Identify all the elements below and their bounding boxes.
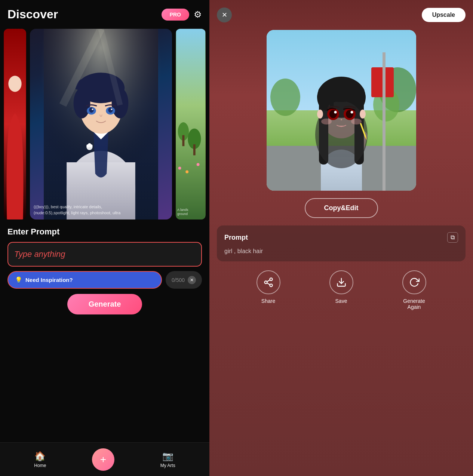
svg-rect-26 — [182, 135, 184, 146]
prompt-panel-title: Prompt — [224, 234, 248, 242]
generated-image-container — [267, 30, 416, 191]
generate-button[interactable]: Generate — [67, 294, 142, 314]
svg-point-28 — [178, 167, 181, 170]
svg-point-55 — [334, 111, 337, 114]
inspiration-button[interactable]: 💡 Need Inspiration? — [7, 271, 162, 289]
clear-button[interactable]: ✕ — [188, 276, 196, 284]
generate-again-button[interactable] — [402, 270, 426, 294]
left-header: Discover PRO ⚙ — [0, 0, 209, 25]
svg-point-57 — [341, 119, 342, 120]
save-button[interactable] — [329, 270, 353, 294]
svg-point-47 — [315, 101, 368, 168]
save-group[interactable]: Save — [329, 270, 353, 310]
right-header: ✕ Upscale — [217, 7, 466, 22]
svg-point-20 — [88, 143, 91, 146]
enter-prompt-section: Enter Prompt 💡 Need Inspiration? 0/500 ✕… — [0, 219, 209, 324]
svg-point-30 — [197, 163, 200, 166]
svg-point-1 — [8, 76, 21, 92]
close-button[interactable]: ✕ — [217, 7, 232, 22]
app-title: Discover — [7, 7, 58, 21]
copy-icon: ⧉ — [451, 234, 455, 240]
svg-line-66 — [267, 280, 270, 282]
prompt-text: girl , black hair — [224, 248, 458, 255]
download-icon — [336, 277, 347, 288]
svg-point-56 — [350, 111, 353, 114]
svg-line-65 — [267, 283, 270, 285]
left-panel: Discover PRO ⚙ — [0, 0, 209, 476]
nav-my-arts-label: My Arts — [160, 463, 175, 468]
svg-point-14 — [108, 107, 113, 113]
bottom-nav: 🏠 Home + 📷 My Arts — [0, 442, 209, 476]
hero-artwork: (((boy))), best quality, intricate detai… — [30, 29, 172, 219]
char-count: 0/500 — [172, 277, 185, 283]
gallery-side-left-image[interactable] — [4, 29, 26, 219]
inspiration-label: Need Inspiration? — [25, 277, 73, 283]
settings-button[interactable]: ⚙ — [194, 9, 202, 20]
plus-icon: + — [100, 454, 106, 466]
gallery-main-image[interactable]: (((boy))), best quality, intricate detai… — [30, 29, 172, 219]
fab-add-button[interactable]: + — [92, 448, 114, 471]
nav-home-label: Home — [34, 463, 46, 468]
bulb-icon: 💡 — [15, 276, 22, 283]
svg-point-50 — [360, 110, 366, 119]
refresh-icon — [409, 277, 420, 288]
svg-point-13 — [89, 107, 93, 113]
header-right: PRO ⚙ — [162, 9, 202, 21]
nav-home[interactable]: 🏠 Home — [34, 451, 46, 468]
prompt-input[interactable] — [14, 249, 195, 259]
prompt-panel: Prompt ⧉ girl , black hair — [217, 225, 466, 261]
generate-again-group[interactable]: Generate Again — [402, 270, 426, 310]
right-panel: ✕ Upscale — [209, 0, 473, 476]
hero-caption: (((boy))), best quality, intricate detai… — [34, 204, 168, 216]
svg-rect-27 — [193, 144, 196, 155]
anime-girl-artwork — [267, 30, 416, 191]
share-group[interactable]: Share — [257, 270, 280, 310]
side-right-artwork: A lands ground — [176, 29, 206, 219]
prompt-input-wrapper — [7, 242, 202, 267]
svg-rect-38 — [383, 52, 386, 191]
copy-edit-button[interactable]: Copy&Edit — [305, 198, 378, 218]
svg-point-49 — [317, 110, 323, 119]
share-button[interactable] — [257, 270, 280, 294]
gear-icon: ⚙ — [194, 9, 202, 19]
enter-prompt-title: Enter Prompt — [7, 227, 202, 237]
side-left-artwork — [4, 29, 26, 219]
svg-point-15 — [92, 108, 93, 110]
nav-my-arts[interactable]: 📷 My Arts — [160, 451, 175, 468]
pro-button[interactable]: PRO — [162, 9, 189, 21]
svg-point-29 — [185, 171, 188, 173]
image-gallery: (((boy))), best quality, intricate detai… — [0, 25, 209, 219]
svg-point-34 — [270, 79, 300, 116]
action-buttons-row: Share Save Generate Again — [217, 270, 466, 310]
home-icon: 🏠 — [34, 451, 46, 461]
gallery-side-right-image[interactable]: A lands ground — [176, 29, 206, 219]
side-right-caption: A lands ground — [177, 208, 204, 216]
close-icon: ✕ — [222, 11, 227, 19]
upscale-button[interactable]: Upscale — [422, 8, 466, 22]
char-count-wrapper: 0/500 ✕ — [166, 271, 202, 289]
save-label: Save — [335, 298, 347, 304]
camera-icon: 📷 — [162, 451, 173, 461]
svg-point-16 — [111, 108, 113, 110]
prompt-actions-row: 💡 Need Inspiration? 0/500 ✕ — [7, 271, 202, 289]
copy-prompt-button[interactable]: ⧉ — [447, 232, 458, 243]
svg-point-59 — [351, 119, 362, 125]
share-label: Share — [261, 298, 275, 304]
share-icon — [263, 277, 274, 288]
prompt-panel-header: Prompt ⧉ — [224, 232, 458, 243]
generate-again-label: Generate Again — [403, 298, 425, 310]
svg-point-58 — [321, 119, 332, 125]
